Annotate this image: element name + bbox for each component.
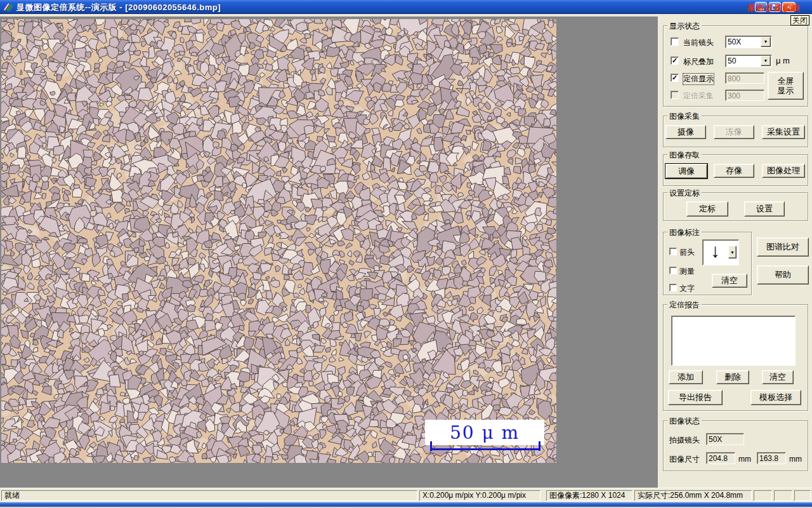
image-viewport: 50 μ m (0, 17, 658, 488)
status-empty-1 (754, 490, 772, 501)
ruler-overlay-checkbox[interactable]: ✓ (671, 57, 679, 65)
ruler-unit-label: μ m (776, 56, 790, 65)
image-size-label: 图像尺寸 (669, 454, 700, 465)
ruler-size-combo-arrow-icon[interactable]: ▼ (761, 56, 771, 66)
current-lens-combo-arrow-icon[interactable]: ▼ (761, 37, 771, 47)
scale-bar-label: 50 μ m (450, 422, 520, 443)
group-storage-title: 图像存取 (667, 150, 702, 161)
shot-lens-label: 拍摄镜头 (669, 435, 700, 446)
image-process-button[interactable]: 图像处理 (762, 164, 805, 178)
scale-bar: 50 μ m (425, 420, 544, 445)
freeze-button: 冻像 (714, 125, 754, 139)
atlas-compare-button[interactable]: 图谱比对 (757, 237, 809, 257)
status-ready: 就绪 (1, 490, 417, 501)
arrow-annotation-checkbox[interactable] (669, 248, 677, 255)
text-annotation-label: 文字 (679, 283, 695, 294)
text-annotation-checkbox[interactable] (669, 284, 677, 291)
measure-annotation-label: 测量 (679, 266, 695, 277)
image-height-value: 163.8 (757, 452, 786, 464)
status-empty-3 (794, 490, 811, 501)
control-panel: 显示状态 当前镜头 50X ▼ ✓ 标尺叠加 50 ▼ μ m ✓ 定倍显示 8… (658, 14, 812, 488)
status-empty-2 (774, 490, 792, 501)
group-display-status-title: 显示状态 (667, 21, 702, 32)
current-lens-checkbox[interactable] (671, 37, 679, 46)
export-report-button[interactable]: 导出报告 (668, 390, 723, 405)
arrow-style-icon: ↓ (710, 240, 720, 262)
arrow-annotation-label: 箭头 (679, 247, 695, 258)
group-capture-title: 图像采集 (667, 111, 702, 122)
shot-lens-value: 50X (706, 433, 744, 445)
group-annotation-title: 图像标注 (667, 227, 702, 238)
calibration-setup-button[interactable]: 设置 (744, 201, 785, 217)
image-width-value: 204.8 (706, 452, 735, 464)
status-image-pixels: 图像像素:1280 X 1024 (546, 490, 632, 501)
fullscreen-button[interactable]: 全屏 显示 (768, 72, 804, 100)
report-delete-button[interactable]: 删除 (716, 370, 749, 384)
fullscreen-button-line1: 全屏 (778, 76, 794, 86)
calibrate-button[interactable]: 定标 (686, 201, 728, 217)
window-title: 显微图像定倍系统--演示版 - [20090602055646.bmp] (16, 2, 221, 13)
titlebar: 显微图像定倍系统--演示版 - [20090602055646.bmp] × 果… (0, 0, 812, 14)
current-lens-label: 当前镜头 (683, 37, 714, 48)
group-image-status-title: 图像状态 (667, 416, 702, 427)
fixed-capture-input: 300 (725, 90, 764, 101)
status-actual-size: 实际尺寸:256.0mm X 204.8mm (634, 490, 752, 501)
report-clear-button[interactable]: 清空 (762, 370, 794, 384)
group-calibration: 设置定标 (663, 192, 808, 221)
group-calibration-title: 设置定标 (667, 188, 702, 199)
save-image-button[interactable]: 存像 (714, 164, 754, 178)
window-bottom-border (0, 502, 812, 507)
shoot-button[interactable]: 摄像 (665, 125, 706, 139)
fullscreen-button-line2: 显示 (778, 86, 794, 95)
fixed-capture-label: 定倍采集 (683, 91, 714, 102)
close-tooltip: 关闭 (790, 15, 809, 25)
template-select-button[interactable]: 模板选择 (750, 390, 801, 405)
fixed-display-label: 定倍显示 (683, 74, 714, 84)
vendor-watermark: 果洛仪器仪表 (747, 3, 801, 14)
measure-annotation-checkbox[interactable] (669, 267, 677, 274)
report-listbox[interactable] (671, 316, 796, 366)
image-height-unit: mm (789, 455, 802, 464)
capture-settings-button[interactable]: 采集设置 (762, 125, 805, 139)
fixed-capture-checkbox (671, 91, 679, 99)
fixed-display-checkbox[interactable]: ✓ (671, 74, 679, 82)
arrow-style-combo[interactable]: ↓ ▼ (702, 239, 739, 265)
status-pixel-scale: X:0.200μ m/pix Y:0.200μ m/pix (419, 490, 540, 501)
clear-annotation-button[interactable]: 清空 (712, 274, 747, 288)
arrow-style-combo-arrow-icon[interactable]: ▼ (728, 246, 737, 258)
report-add-button[interactable]: 添加 (669, 370, 703, 384)
micrograph-image[interactable] (1, 19, 556, 463)
scale-bar-line (430, 448, 540, 450)
help-button[interactable]: 帮助 (757, 265, 809, 284)
status-bar: 就绪 X:0.200μ m/pix Y:0.200μ m/pix 图像像素:12… (0, 488, 812, 502)
current-lens-combo[interactable]: 50X ▼ (725, 36, 772, 48)
app-logo-icon (3, 2, 13, 12)
fixed-display-input: 800 (725, 72, 764, 84)
current-lens-value: 50X (728, 37, 741, 46)
ruler-size-combo[interactable]: 50 ▼ (725, 55, 772, 67)
image-width-unit: mm (738, 455, 751, 464)
ruler-overlay-label: 标尺叠加 (683, 57, 714, 67)
load-image-button[interactable]: 调像 (665, 164, 707, 178)
group-report-title: 定倍报告 (667, 300, 702, 311)
ruler-size-value: 50 (728, 57, 736, 65)
